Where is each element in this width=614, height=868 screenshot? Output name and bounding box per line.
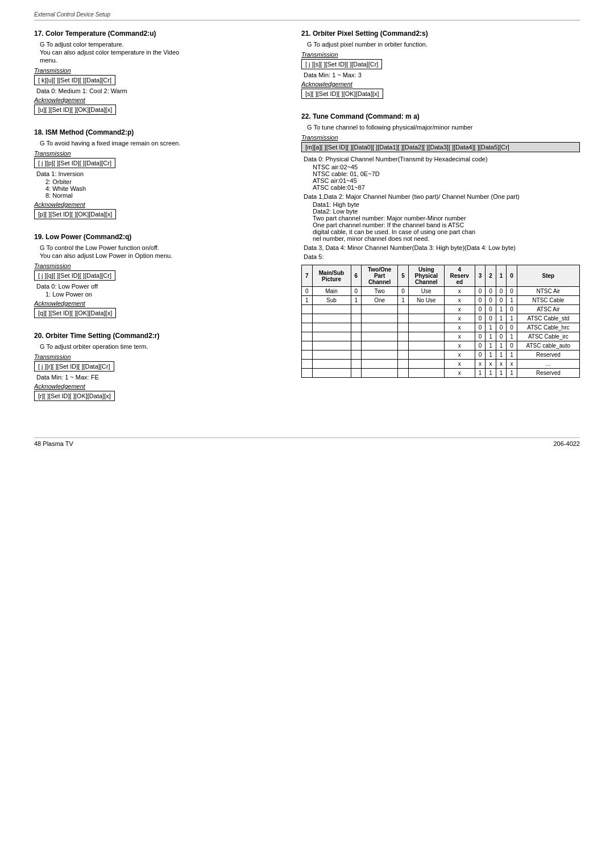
section-22-desc1: G To tune channel to following physical/… (307, 124, 580, 131)
table-row: 1Sub1One1No Usex0001NTSC Cable (302, 296, 580, 305)
section-18-data-info2: 2: Orbiter (45, 178, 279, 185)
section-19-data-info1: Data 0: Low Power off (36, 283, 279, 290)
section-17-title: 17. Color Temperature (Command2:u) (34, 30, 279, 37)
section-22: 22. Tune Command (Command: m a) G To tun… (301, 112, 580, 378)
col-2: 2 (486, 265, 496, 287)
table-row: 0Main0Two0Usex0000NTSC Air (302, 287, 580, 296)
section-18-data-info1: Data 1: Inversion (36, 170, 279, 177)
section-22-data5: Data 5: (304, 253, 580, 260)
section-17-ack-cmd: [u][ ][Set ID][ ][OK][Data][x] (34, 105, 116, 115)
section-22-data0-2: NTSC cable: 01, 0E~7D (313, 170, 580, 177)
col-1: 1 (496, 265, 507, 287)
section-22-data12-3: Two part channel number: Major number-Mi… (313, 215, 580, 222)
section-20-transmission-label: Transmission (34, 353, 279, 360)
table-row: x0110ATSC cable_auto (302, 341, 580, 350)
table-row: x0111Reserved (302, 350, 580, 360)
section-18-ack-cmd: [p][ ][Set ID][ ][OK][Data][x] (34, 209, 116, 219)
footer-left: 48 Plasma TV (34, 440, 73, 447)
section-22-data12-5: digital cable, it can be used. In case o… (313, 228, 580, 235)
section-19-desc1: G To control the Low Power function on/o… (40, 244, 279, 251)
section-22-transmission-label: Transmission (301, 134, 580, 141)
section-20-ack-cmd: [r][ ][Set ID][ ][OK][Data][x] (34, 391, 115, 401)
section-20-desc1: G To adjust orbiter operation time term. (40, 343, 279, 350)
section-18-data-info3: 4: White Wash (45, 185, 279, 192)
section-22-data12-2: Data2: Low byte (313, 208, 580, 215)
page-footer: 48 Plasma TV 206-4022 (34, 437, 580, 447)
section-17-transmission-label: Transmission (34, 67, 279, 74)
section-22-data0-3: ATSC air:01~45 (313, 177, 580, 184)
table-row: x0010ATSC Air (302, 305, 580, 314)
col-3: 3 (475, 265, 486, 287)
section-17-transmission-cmd: [ k][u][ ][Set ID][ ][Data][Cr] (34, 75, 115, 85)
section-18-title: 18. ISM Method (Command2:p) (34, 128, 279, 136)
section-22-data12-1: Data1: High byte (313, 201, 580, 208)
section-21-transmission-label: Transmission (301, 51, 580, 58)
col-6: 6 (351, 265, 362, 287)
section-20-data-info: Data Min: 1 ~ Max: FE (36, 374, 279, 381)
section-18-data-info4: 8: Normal (45, 192, 279, 199)
section-19-title: 19. Low Power (Command2:q) (34, 233, 279, 241)
section-21-ack-cmd: [s][ ][Set ID][ ][OK][Data][x] (301, 89, 383, 99)
col-twoone: Two/OnePartChannel (362, 265, 398, 287)
section-22-data12-6: nel number, minor channel does not need. (313, 235, 580, 242)
col-5: 5 (398, 265, 409, 287)
table-row: xxxxx… (302, 360, 580, 369)
section-17-desc3: menu. (40, 57, 279, 64)
section-17-desc1: G To adjust color temperature. (40, 41, 279, 48)
section-22-title: 22. Tune Command (Command: m a) (301, 112, 580, 120)
section-17-ack-label: Acknowledgement (34, 97, 279, 103)
section-17: 17. Color Temperature (Command2:u) G To … (34, 30, 279, 117)
section-19-ack-cmd: [q][ ][Set ID][ ][OK][Data][x] (34, 308, 116, 318)
section-22-data12: Data 1,Data 2: Major Channel Number (two… (304, 193, 580, 200)
section-17-desc2: You can also adjust color temperature in… (40, 49, 279, 56)
section-18-ack-label: Acknowledgement (34, 201, 279, 208)
section-18-desc1: G To avoid having a fixed image remain o… (40, 140, 279, 147)
section-21-transmission-cmd: [ j ][s][ ][Set ID][ ][Data][Cr] (301, 59, 382, 69)
section-22-data12-4: One part channel number: If the channel … (313, 222, 580, 228)
section-18-transmission-cmd: [ j ][p][ ][Set ID][ ][Data][Cr] (34, 158, 115, 168)
col-7: 7 (302, 265, 313, 287)
section-20: 20. Orbiter Time Setting (Command2:r) G … (34, 332, 279, 403)
section-22-transmission-cmd: [m][a][ ][Set ID][ ][Data0][ ][Data1][ ]… (301, 142, 580, 152)
section-18-transmission-label: Transmission (34, 150, 279, 157)
table-row: x0011ATSC Cable_std (302, 314, 580, 323)
section-19-transmission-cmd: [ j ][q][ ][Set ID][ ][Data][Cr] (34, 270, 115, 281)
section-21-data-info: Data Min: 1 ~ Max: 3 (304, 72, 580, 78)
tune-table: 7 Main/SubPicture 6 Two/OnePartChannel 5… (301, 265, 580, 378)
col-step: Step (517, 265, 579, 287)
section-19-desc2: You can also adjust Low Power in Option … (40, 252, 279, 259)
col-0: 0 (507, 265, 517, 287)
footer-right: 206-4022 (554, 440, 580, 447)
section-21-desc1: G To adjust pixel number in orbiter func… (307, 41, 580, 48)
section-19: 19. Low Power (Command2:q) G To control … (34, 233, 279, 320)
section-19-ack-label: Acknowledgement (34, 300, 279, 307)
section-18: 18. ISM Method (Command2:p) G To avoid h… (34, 128, 279, 222)
section-19-transmission-label: Transmission (34, 262, 279, 269)
col-4: 4Reserved (444, 265, 475, 287)
section-22-data0-4: ATSC cable:01~87 (313, 184, 580, 191)
page-header: External Control Device Setup (34, 11, 580, 20)
table-row: x0101ATSC Cable_irc (302, 332, 580, 341)
section-20-title: 20. Orbiter Time Setting (Command2:r) (34, 332, 279, 340)
section-22-data0-1: NTSC air:02~45 (313, 164, 580, 170)
section-17-data-info: Data 0: Medium 1: Cool 2: Warm (36, 87, 279, 94)
section-21: 21. Orbiter Pixel Setting (Command2:s) G… (301, 30, 580, 101)
section-21-title: 21. Orbiter Pixel Setting (Command2:s) (301, 30, 580, 37)
section-20-transmission-cmd: [ j ][r][ ][Set ID][ ][Data][Cr] (34, 361, 114, 372)
table-row: x1111Reserved (302, 369, 580, 378)
table-row: x0100ATSC Cable_hrc (302, 323, 580, 332)
col-mainsub: Main/SubPicture (312, 265, 351, 287)
section-22-data34: Data 3, Data 4: Minor Channel Number(Dat… (304, 244, 580, 251)
section-21-ack-label: Acknowledgement (301, 81, 580, 87)
header-title: External Control Device Setup (34, 11, 110, 18)
section-19-data-info2: 1: Low Power on (45, 291, 279, 298)
col-using: UsingPhysicalChannel (408, 265, 444, 287)
section-22-data0: Data 0: Physical Channel Number(Transmit… (304, 156, 580, 162)
section-20-ack-label: Acknowledgement (34, 383, 279, 390)
